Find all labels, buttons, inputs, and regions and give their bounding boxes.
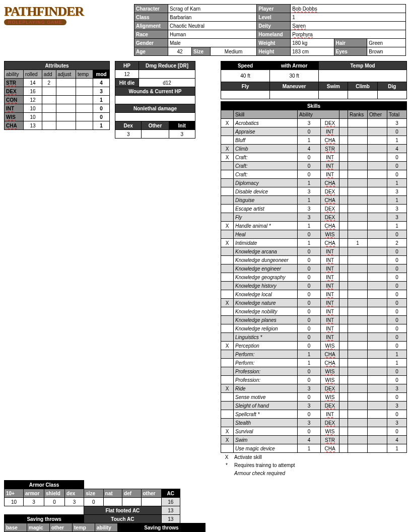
logo-subtitle: ROLEPLAYING GAME <box>4 19 66 25</box>
skills-table: Skills SkillAbilityRanksOtherTotal XAcro… <box>221 101 407 453</box>
hp-table: HPDmg Reduce [DR] 12 Hit died12 Wounds &… <box>115 61 195 121</box>
char-info-table: CharacterScrag of Karn PlayerBob Dobbs C… <box>134 4 406 56</box>
logo-title: PATHFINDER <box>4 4 130 19</box>
saves-table: basemagicothertempabilitySaving throws 2… <box>4 523 206 532</box>
attributes-table: Attributes abilityrolledaddadjusttempmod… <box>4 61 110 130</box>
init-table: DexOtherInit 33 <box>115 121 195 139</box>
ac-table: Armor Class 10+armorshielddexsizenatdefo… <box>4 480 180 523</box>
speed-table: Speedwith ArmorTemp Mod 40 ft30 ft FlyMa… <box>221 61 407 99</box>
skill-notes: XActivate skill*Requires trainng to atte… <box>221 453 407 477</box>
